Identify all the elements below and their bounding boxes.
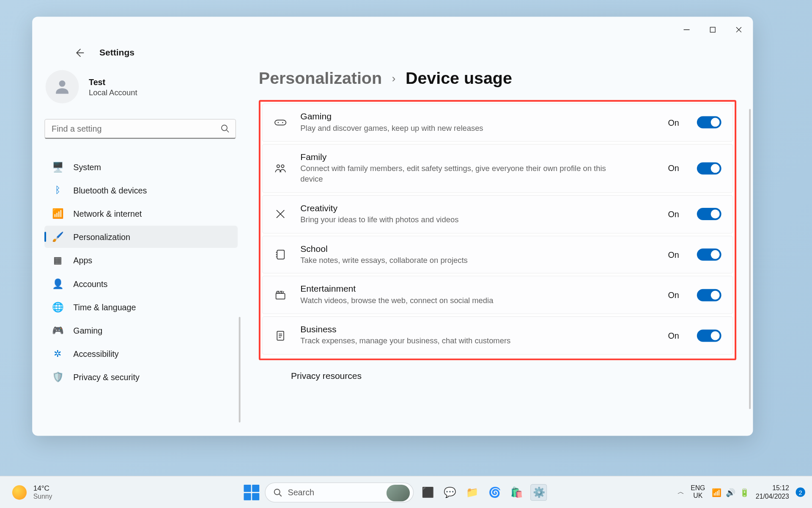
toggle-status: On xyxy=(668,250,679,259)
svg-rect-7 xyxy=(275,120,286,125)
chat-icon[interactable]: 💬 xyxy=(442,484,458,500)
volume-tray-icon: 🔊 xyxy=(726,488,735,497)
weather-cond: Sunny xyxy=(33,492,52,500)
toggle-family[interactable] xyxy=(697,162,721,174)
nav-network[interactable]: 📶Network & internet xyxy=(44,202,238,225)
setting-business[interactable]: BusinessTrack expenses, manage your busi… xyxy=(262,317,733,355)
nav-gaming[interactable]: 🎮Gaming xyxy=(44,319,238,342)
setting-entertainment[interactable]: EntertainmentWatch videos, browse the we… xyxy=(262,276,733,314)
settings-window: Settings Test Local Account 🖥️System xyxy=(32,17,753,436)
breadcrumb: Personalization › Device usage xyxy=(259,69,736,88)
toggle-creativity[interactable] xyxy=(697,208,721,220)
app-title: Settings xyxy=(99,48,134,58)
svg-point-5 xyxy=(222,125,227,130)
apps-icon: ▦ xyxy=(52,254,63,265)
task-view-icon[interactable]: ⬛ xyxy=(420,484,436,500)
svg-point-10 xyxy=(277,165,280,168)
chevron-right-icon: › xyxy=(392,72,396,85)
edge-icon[interactable]: 🌀 xyxy=(486,484,502,500)
svg-point-21 xyxy=(274,489,280,494)
notification-badge[interactable]: 2 xyxy=(796,488,805,497)
svg-point-11 xyxy=(281,165,284,168)
setting-creativity[interactable]: CreativityBring your ideas to life with … xyxy=(262,195,733,233)
nav-label: Gaming xyxy=(73,326,102,335)
toggle-business[interactable] xyxy=(697,329,721,342)
wifi-icon: 📶 xyxy=(52,208,63,219)
nav-bluetooth[interactable]: ᛒBluetooth & devices xyxy=(44,179,238,202)
nav-label: Personalization xyxy=(73,232,130,241)
row-title: Family xyxy=(300,152,656,163)
search-input[interactable] xyxy=(44,119,236,139)
row-subtitle: Connect with family members, edit safety… xyxy=(300,163,611,185)
minimize-button[interactable] xyxy=(674,21,700,39)
gamepad-icon: 🎮 xyxy=(52,325,63,336)
svg-line-6 xyxy=(227,130,229,132)
toggle-gaming[interactable] xyxy=(697,116,721,129)
setting-school[interactable]: SchoolTake notes, write essays, collabor… xyxy=(262,235,733,273)
row-title: School xyxy=(300,244,656,254)
row-subtitle: Watch videos, browse the web, connect on… xyxy=(300,295,611,306)
search-icon xyxy=(220,124,229,133)
svg-line-22 xyxy=(280,494,282,496)
start-button[interactable] xyxy=(244,484,260,500)
back-button[interactable] xyxy=(74,47,85,58)
svg-rect-16 xyxy=(276,293,285,299)
nav-apps[interactable]: ▦Apps xyxy=(44,249,238,271)
row-title: Creativity xyxy=(300,203,656,213)
toggle-entertainment[interactable] xyxy=(697,289,721,301)
language-indicator[interactable]: ENGUK xyxy=(691,485,705,500)
search-icon xyxy=(273,488,282,497)
nav-label: Time & language xyxy=(73,302,136,312)
file-explorer-icon[interactable]: 📁 xyxy=(464,484,480,500)
toggle-status: On xyxy=(668,331,679,340)
toggle-school[interactable] xyxy=(697,248,721,261)
profile-name: Test xyxy=(89,77,137,86)
wifi-tray-icon: 📶 xyxy=(712,488,721,497)
annotation-highlight: GamingPlay and discover games, keep up w… xyxy=(259,100,736,360)
notebook-icon xyxy=(273,249,288,260)
tray-overflow[interactable]: ︿ xyxy=(678,488,684,497)
nav-accounts[interactable]: 👤Accounts xyxy=(44,272,238,295)
system-icon: 🖥️ xyxy=(52,161,63,172)
sidebar: Test Local Account 🖥️System ᛒBluetooth &… xyxy=(32,67,249,436)
document-icon xyxy=(273,330,288,341)
nav-label: Accounts xyxy=(73,279,107,288)
sidebar-scrollbar[interactable] xyxy=(239,317,241,422)
nav-personalization[interactable]: 🖌️Personalization xyxy=(44,226,238,248)
bluetooth-icon: ᛒ xyxy=(52,185,63,196)
row-subtitle: Bring your ideas to life with photos and… xyxy=(300,214,611,225)
weather-widget[interactable]: 14°CSunny xyxy=(12,484,179,500)
taskbar-search[interactable]: Search xyxy=(265,482,414,502)
nav-accessibility[interactable]: ✲Accessibility xyxy=(44,342,238,365)
nav-system[interactable]: 🖥️System xyxy=(44,156,238,178)
paintbrush-icon: 🖌️ xyxy=(52,231,63,242)
nav-privacy[interactable]: 🛡️Privacy & security xyxy=(44,366,238,388)
store-icon[interactable]: 🛍️ xyxy=(508,484,525,500)
breadcrumb-current: Device usage xyxy=(406,69,512,88)
close-button[interactable] xyxy=(726,21,752,39)
nav-label: Bluetooth & devices xyxy=(73,185,147,195)
maximize-button[interactable] xyxy=(700,21,726,39)
system-tray[interactable]: 📶🔊🔋 xyxy=(712,488,749,497)
weather-temp: 14°C xyxy=(33,484,52,493)
toggle-status: On xyxy=(668,209,679,218)
clock[interactable]: 15:1221/04/2023 xyxy=(756,484,789,500)
nav-time-language[interactable]: 🌐Time & language xyxy=(44,296,238,318)
setting-gaming[interactable]: GamingPlay and discover games, keep up w… xyxy=(262,103,733,141)
setting-family[interactable]: FamilyConnect with family members, edit … xyxy=(262,144,733,193)
row-subtitle: Track expenses, manage your business, ch… xyxy=(300,336,611,347)
content-scrollbar[interactable] xyxy=(749,109,751,409)
search-highlight-image xyxy=(387,484,410,501)
main-panel: Personalization › Device usage GamingPla… xyxy=(249,67,753,436)
breadcrumb-parent[interactable]: Personalization xyxy=(259,69,382,88)
row-subtitle: Take notes, write essays, collaborate on… xyxy=(300,255,611,265)
settings-icon[interactable]: ⚙️ xyxy=(530,484,547,500)
taskbar: 14°CSunny Search ⬛ 💬 📁 🌀 🛍️ ⚙️ ︿ ENGUK 📶… xyxy=(0,476,812,508)
profile-subtitle: Local Account xyxy=(89,88,137,97)
toggle-status: On xyxy=(668,163,679,173)
profile-block[interactable]: Test Local Account xyxy=(46,70,238,103)
nav-label: Apps xyxy=(73,255,92,265)
titlebar xyxy=(32,17,753,42)
privacy-resources-row[interactable]: Privacy resources xyxy=(259,360,736,381)
svg-point-9 xyxy=(282,122,283,124)
